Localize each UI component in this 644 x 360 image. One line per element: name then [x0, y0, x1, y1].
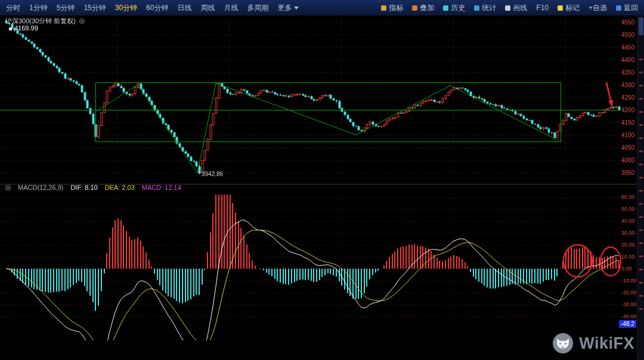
toolbar-left: 分时1分钟5分钟15分钟30分钟60分钟日线周线月线多周期更多 — [6, 3, 299, 13]
tool-历史[interactable]: 历史 — [443, 3, 465, 13]
timeframe-5分钟[interactable]: 5分钟 — [57, 3, 75, 13]
timeframe-更多[interactable]: 更多 — [277, 3, 299, 13]
indicator-icon — [381, 5, 386, 11]
back-icon — [616, 5, 621, 11]
timeframe-1分钟[interactable]: 1分钟 — [29, 3, 48, 13]
trading-app: 分时1分钟5分钟15分钟30分钟60分钟日线周线月线多周期更多 指标叠加历史统计… — [0, 0, 644, 360]
timeframe-多周期[interactable]: 多周期 — [247, 3, 268, 13]
mark-icon — [558, 5, 563, 11]
tool-F10[interactable]: F10 — [536, 4, 549, 12]
tool-统计[interactable]: 统计 — [474, 3, 496, 13]
right-scrollbar[interactable] — [637, 16, 644, 360]
timeframe-60分钟[interactable]: 60分钟 — [146, 3, 168, 13]
history-icon — [443, 5, 448, 11]
scrollbar-thumb[interactable] — [639, 17, 643, 35]
timeframe-日线[interactable]: 日线 — [177, 3, 191, 13]
macd-toggle-icon[interactable] — [5, 185, 11, 190]
chevron-down-icon — [294, 7, 299, 10]
timeframe-分时[interactable]: 分时 — [6, 3, 20, 13]
tool-画线[interactable]: 画线 — [505, 3, 527, 13]
toolbar-right: 指标叠加历史统计画线F10标记+自选返回 — [381, 3, 638, 13]
tool-叠加[interactable]: 叠加 — [412, 3, 434, 13]
chart-canvas[interactable] — [0, 16, 637, 360]
timeframe-15分钟[interactable]: 15分钟 — [83, 3, 106, 13]
timeframe-周线[interactable]: 周线 — [200, 3, 215, 13]
scrollbar-marks — [639, 59, 643, 315]
toolbar: 分时1分钟5分钟15分钟30分钟60分钟日线周线月线多周期更多 指标叠加历史统计… — [0, 0, 644, 16]
tool-+自选[interactable]: +自选 — [589, 3, 607, 13]
draw-line-icon — [505, 5, 510, 11]
timeframe-月线[interactable]: 月线 — [224, 3, 238, 13]
stats-icon — [474, 5, 479, 11]
tool-返回[interactable]: 返回 — [616, 3, 638, 13]
tool-指标[interactable]: 指标 — [381, 3, 403, 13]
timeframe-30分钟[interactable]: 30分钟 — [115, 3, 137, 13]
tool-标记[interactable]: 标记 — [558, 3, 580, 13]
overlay-icon — [412, 5, 417, 11]
panel-toggle-icon[interactable] — [79, 19, 85, 24]
